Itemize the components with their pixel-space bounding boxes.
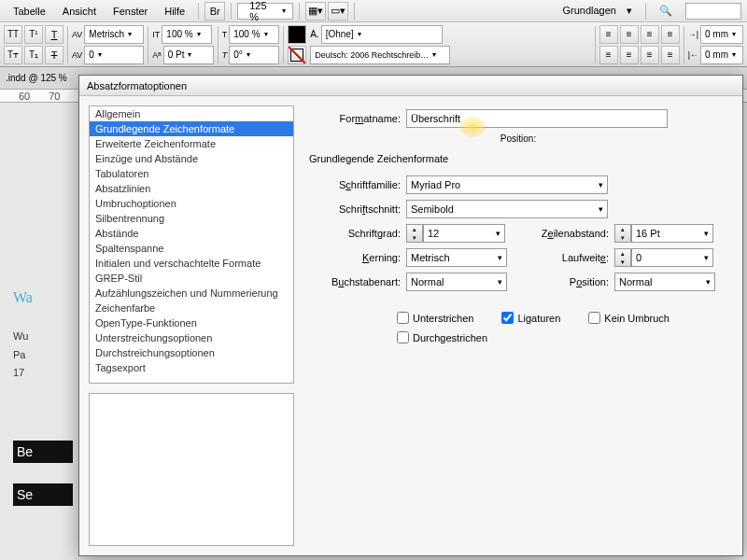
menu-hilfe[interactable]: Hilfe: [157, 4, 192, 19]
menu-fenster[interactable]: Fenster: [106, 4, 155, 19]
fill-swatch[interactable]: [288, 25, 306, 44]
category-item[interactable]: Erweiterte Zeichenformate: [90, 136, 293, 151]
indent-left[interactable]: 0 mm: [700, 25, 743, 44]
category-item[interactable]: Allgemein: [90, 106, 293, 121]
screenmode-button[interactable]: ▦▾: [305, 2, 326, 21]
category-item[interactable]: Tagsexport: [90, 360, 293, 375]
hscale-select[interactable]: 100 %: [229, 25, 279, 44]
section-heading: Grundlegende Zeichenformate: [309, 153, 727, 164]
align-center[interactable]: ≡: [620, 25, 639, 44]
allcaps-button[interactable]: TT: [4, 25, 22, 44]
tracking-select-dialog[interactable]: 0: [631, 248, 713, 267]
category-item[interactable]: Initialen und verschachtelte Formate: [90, 256, 293, 271]
search-icon: 🔍: [652, 3, 680, 19]
justify-center[interactable]: ≡: [620, 46, 639, 64]
fontstyle-label: Schriftschnitt:: [309, 203, 406, 215]
strike-button[interactable]: T: [45, 46, 63, 64]
fontsize-select[interactable]: 12: [423, 224, 505, 243]
fontsize-spinner[interactable]: [406, 224, 423, 243]
position-select[interactable]: Normal: [614, 273, 715, 291]
fontstyle-select[interactable]: Semibold: [406, 200, 608, 218]
tracking-spinner[interactable]: [614, 248, 631, 267]
menu-tabelle[interactable]: Tabelle: [6, 4, 53, 19]
case-select[interactable]: Normal: [406, 273, 507, 291]
underline-check[interactable]: Unterstrichen: [397, 312, 473, 324]
category-item[interactable]: GREP-Stil: [90, 271, 293, 286]
skew-select[interactable]: 0°: [229, 46, 279, 64]
bg-bar-2: Se: [13, 483, 73, 506]
tracking-select[interactable]: 0: [84, 46, 144, 64]
formatname-input[interactable]: Überschrift: [406, 109, 668, 128]
zoom-combo[interactable]: 125 %▾: [237, 3, 293, 20]
menubar: Tabelle Ansicht Fenster Hilfe Br 125 %▾ …: [0, 0, 747, 22]
strike-check[interactable]: Durchgestrichen: [397, 331, 727, 343]
subscript-button[interactable]: T₁: [24, 46, 43, 64]
stroke-swatch[interactable]: [288, 46, 306, 64]
search-input[interactable]: [685, 3, 741, 20]
smallcaps-button[interactable]: Tᴛ: [4, 46, 22, 64]
align-right[interactable]: ≡: [641, 25, 659, 44]
justify[interactable]: ≡: [661, 25, 680, 44]
kerning-select[interactable]: Metrisch: [84, 25, 144, 44]
justify-left[interactable]: ≡: [599, 46, 618, 64]
arrange-button[interactable]: ▭▾: [328, 2, 348, 21]
nobreak-check[interactable]: Kein Umbruch: [588, 312, 669, 324]
bg-text-headline: Wa: [13, 289, 33, 306]
tracking-label: Laufweite:: [525, 252, 614, 263]
category-item[interactable]: Unterstreichungsoptionen: [90, 330, 293, 345]
paragraph-style-dialog: Absatzformatoptionen AllgemeinGrundlegen…: [78, 75, 743, 556]
preview-box: [89, 393, 294, 546]
control-panel: TTT¹T TᴛT₁T AVMetrisch AV0 IT100 % Aª0 P…: [0, 22, 747, 67]
category-list[interactable]: AllgemeinGrundlegende ZeichenformateErwe…: [89, 105, 294, 384]
bg-bar-1: Be: [13, 441, 73, 463]
position-field-label: Position:: [525, 276, 614, 287]
kerning-select-dialog[interactable]: Metrisch: [406, 248, 507, 267]
bg-text-body: WuPa17: [13, 327, 28, 382]
workspace-switcher[interactable]: Grundlagen ▾: [547, 3, 640, 19]
category-item[interactable]: Grundlegende Zeichenformate: [90, 121, 293, 136]
category-item[interactable]: Umbruchoptionen: [90, 196, 293, 211]
category-item[interactable]: Abstände: [90, 226, 293, 241]
vscale-select[interactable]: 100 %: [162, 25, 212, 44]
case-label: Buchstabenart:: [309, 276, 406, 287]
superscript-button[interactable]: T¹: [24, 25, 43, 44]
justify-all[interactable]: ≡: [661, 46, 680, 64]
dialog-title: Absatzformatoptionen: [79, 76, 742, 96]
category-item[interactable]: Tabulatoren: [90, 166, 293, 181]
formatname-label: Formatname:: [309, 113, 406, 124]
bridge-button[interactable]: Br: [204, 2, 225, 21]
leading-spinner[interactable]: [614, 224, 631, 243]
align-left[interactable]: ≡: [599, 25, 618, 44]
kerning-label: Kerning:: [309, 252, 406, 263]
category-item[interactable]: Zeichenfarbe: [90, 301, 293, 315]
category-item[interactable]: Einzüge und Abstände: [90, 151, 293, 166]
leading-label: Zeilenabstand:: [525, 228, 614, 239]
ligatures-check[interactable]: Ligaturen: [501, 312, 560, 324]
position-label: Position:: [309, 133, 727, 144]
category-item[interactable]: Aufzählungszeichen und Nummerierung: [90, 286, 293, 301]
charstyle-select[interactable]: [Ohne]: [321, 25, 443, 44]
category-item[interactable]: Durchstreichungsoptionen: [90, 345, 293, 360]
baseline-select[interactable]: 0 Pt: [163, 46, 214, 64]
category-item[interactable]: OpenType-Funktionen: [90, 315, 293, 330]
underline-button[interactable]: T: [45, 25, 63, 44]
category-item[interactable]: Absatzlinien: [90, 181, 293, 196]
menu-ansicht[interactable]: Ansicht: [55, 4, 104, 19]
leading-select[interactable]: 16 Pt: [631, 224, 713, 243]
indent-firstline[interactable]: 0 mm: [700, 46, 743, 64]
fontsize-label: Schriftgrad:: [309, 228, 406, 239]
justify-right[interactable]: ≡: [641, 46, 659, 64]
category-item[interactable]: Silbentrennung: [90, 211, 293, 226]
category-item[interactable]: Spaltenspanne: [90, 241, 293, 256]
language-select[interactable]: Deutsch: 2006 Rechtschreib…: [310, 46, 450, 64]
fontfamily-label: Schriftfamilie:: [309, 179, 406, 190]
fontfamily-select[interactable]: Myriad Pro: [406, 175, 608, 194]
